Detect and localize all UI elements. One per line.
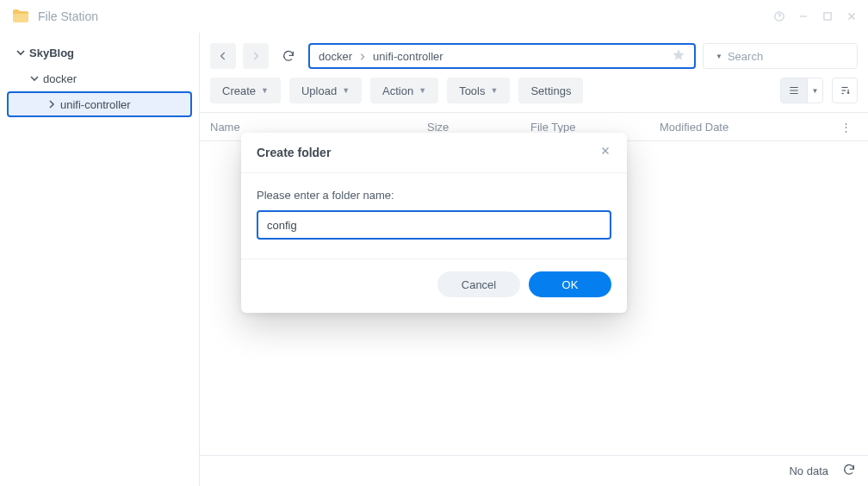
dialog-close-button[interactable]	[599, 145, 611, 160]
close-button[interactable]	[846, 10, 858, 22]
upload-button[interactable]: Upload ▼	[289, 78, 362, 103]
column-header-date[interactable]: Modified Date	[660, 121, 840, 134]
column-header-name[interactable]: Name	[210, 121, 427, 134]
chevron-down-icon: ▼	[418, 86, 426, 95]
settings-button[interactable]: Settings	[518, 78, 583, 103]
svg-point-1	[779, 18, 780, 19]
chevron-right-icon	[359, 50, 366, 63]
window-titlebar: File Station	[0, 0, 868, 33]
column-header-size[interactable]: Size	[427, 121, 530, 134]
ok-button[interactable]: OK	[529, 271, 611, 297]
star-icon[interactable]	[672, 48, 685, 65]
list-view-button[interactable]	[781, 78, 807, 103]
tree-item-docker[interactable]: docker	[0, 65, 199, 91]
button-label: Settings	[530, 84, 571, 97]
tree-item-unifi-controller[interactable]: unifi-controller	[7, 91, 192, 117]
window-title: File Station	[38, 9, 98, 23]
create-button[interactable]: Create ▼	[210, 78, 281, 103]
chevron-down-icon: ▼	[491, 86, 499, 95]
button-label: Cancel	[462, 278, 496, 291]
cancel-button[interactable]: Cancel	[437, 271, 520, 297]
sort-button[interactable]	[832, 78, 858, 103]
column-header-type[interactable]: File Type	[530, 121, 660, 134]
action-button[interactable]: Action ▼	[370, 78, 438, 103]
button-label: Create	[222, 84, 256, 97]
navigation-toolbar: docker unifi-controller ▼	[200, 33, 868, 74]
chevron-down-icon	[29, 73, 40, 84]
folder-name-input[interactable]	[257, 210, 611, 240]
tools-button[interactable]: Tools ▼	[447, 78, 510, 103]
action-toolbar: Create ▼ Upload ▼ Action ▼ Tools ▼ Setti…	[200, 74, 868, 112]
chevron-down-icon[interactable]: ▼	[716, 53, 722, 60]
search-input[interactable]	[728, 50, 868, 63]
create-folder-dialog: Create folder Please enter a folder name…	[241, 133, 627, 313]
dialog-title: Create folder	[257, 146, 331, 159]
tree-root[interactable]: SkyBlog	[0, 40, 199, 65]
tree-item-label: docker	[43, 72, 77, 85]
back-button[interactable]	[210, 43, 236, 69]
tree-item-label: unifi-controller	[60, 98, 131, 111]
button-label: Action	[382, 84, 413, 97]
status-bar: No data	[200, 455, 868, 486]
tree-root-label: SkyBlog	[29, 47, 74, 59]
search-box[interactable]: ▼	[703, 43, 858, 69]
status-text: No data	[789, 464, 828, 477]
maximize-button[interactable]	[822, 10, 834, 22]
button-label: OK	[562, 278, 579, 291]
chevron-down-icon: ▼	[261, 86, 269, 95]
chevron-right-icon	[46, 99, 57, 109]
chevron-down-icon: ▼	[342, 86, 350, 95]
breadcrumb-segment[interactable]: docker	[319, 50, 352, 63]
status-refresh-button[interactable]	[842, 463, 856, 479]
button-label: Upload	[301, 84, 337, 97]
chevron-down-icon	[16, 47, 26, 58]
refresh-button[interactable]	[276, 43, 301, 69]
view-mode-group: ▼	[780, 78, 823, 103]
dialog-prompt: Please enter a folder name:	[257, 189, 611, 202]
svg-rect-3	[824, 13, 831, 20]
forward-button[interactable]	[243, 43, 269, 69]
folder-icon	[10, 6, 31, 27]
column-options-button[interactable]: ⋮	[840, 121, 858, 134]
view-options-button[interactable]: ▼	[807, 78, 822, 103]
button-label: Tools	[459, 84, 485, 97]
help-button[interactable]	[773, 10, 785, 22]
minimize-button[interactable]	[797, 10, 809, 22]
breadcrumb[interactable]: docker unifi-controller	[308, 43, 696, 69]
sidebar: SkyBlog docker unifi-controller	[0, 33, 200, 486]
breadcrumb-segment[interactable]: unifi-controller	[373, 50, 443, 63]
